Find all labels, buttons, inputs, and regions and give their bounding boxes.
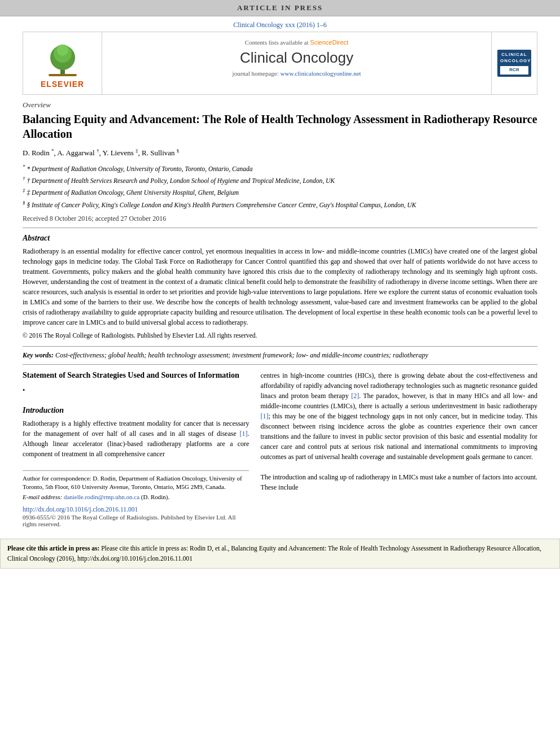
ref-1[interactable]: [1] <box>239 430 247 438</box>
copyright-line: © 2016 The Royal College of Radiologists… <box>23 331 537 340</box>
received-line: Received 8 October 2016; accepted 27 Oct… <box>23 215 537 223</box>
journal-header-center: Contents lists available at ScienceDirec… <box>102 32 492 94</box>
elsevier-logo-box: ELSEVIER <box>40 38 85 89</box>
authors-line: D. Rodin *, A. Aggarwal †, Y. Lievens ‡,… <box>23 148 537 158</box>
article-title: Balancing Equity and Advancement: The Ro… <box>23 112 537 141</box>
affiliations: * * Department of Radiation Oncology, Un… <box>23 163 537 209</box>
abstract-section: Abstract Radiotherapy is an essential mo… <box>23 234 537 340</box>
affiliation-3: ‡ ‡ Department of Radiation Oncology, Gh… <box>23 187 537 198</box>
ref-1b[interactable]: [1] <box>260 412 268 420</box>
journal-icon: CLINICAL ONCOLOGY RCR <box>497 50 531 76</box>
footnote-author: Author for correspondence: D. Rodin, Dep… <box>23 474 249 492</box>
elsevier-logo-area: ELSEVIER <box>23 32 102 94</box>
author-lievens: Y. Lievens ‡, <box>102 148 142 157</box>
author-aggarwal: A. Aggarwal †, <box>57 148 102 157</box>
homepage-line: journal homepage: www.clinicaloncologyon… <box>113 70 480 77</box>
section2-heading: Introduction <box>23 406 249 415</box>
section2-intro-text: Radiotherapy is a highly effective treat… <box>23 418 249 459</box>
footnote-email-line: E-mail address: danielle.rodin@rmp.uhn.o… <box>23 493 249 501</box>
footnote-area: Author for correspondence: D. Rodin, Dep… <box>23 470 249 501</box>
two-column-layout: Statement of Search Strategies Used and … <box>23 370 537 527</box>
doi-line[interactable]: http://dx.doi.org/10.1016/j.clon.2016.11… <box>23 506 249 513</box>
banner-text: ARTICLE IN PRESS <box>237 3 323 12</box>
affiliation-2: † † Department of Health Services Resear… <box>23 175 537 186</box>
citation-label: Please cite this article in press as: <box>7 545 101 552</box>
article-in-press-banner: ARTICLE IN PRESS <box>0 0 560 16</box>
elsevier-tree-icon <box>40 38 85 77</box>
journal-header: ELSEVIER Contents lists available at Sci… <box>23 32 537 95</box>
author-rodin: D. Rodin *, <box>23 148 57 157</box>
affiliation-4: § § Institute of Cancer Policy, King's C… <box>23 199 537 210</box>
elsevier-brand-text: ELSEVIER <box>41 80 84 89</box>
citation-banner: Please cite this article in press as: Pl… <box>0 539 560 569</box>
email-suffix: (D. Rodin). <box>141 493 169 500</box>
email-link[interactable]: danielle.rodin@rmp.uhn.on.ca <box>64 493 139 500</box>
author-sullivan: R. Sullivan § <box>142 148 179 157</box>
divider-2 <box>23 346 537 347</box>
issn-line: 0936-6555/© 2016 The Royal College of Ra… <box>23 514 249 527</box>
keywords-line: Key words: Cost-effectiveness; global he… <box>23 351 537 360</box>
divider-3 <box>23 364 537 365</box>
keywords-text: Cost-effectiveness; global health; healt… <box>55 351 428 359</box>
homepage-link[interactable]: www.clinicaloncologyonline.net <box>281 70 361 77</box>
svg-rect-4 <box>49 74 77 76</box>
search-strategies-content: • <box>23 386 249 395</box>
affiliation-1: * * Department of Radiation Oncology, Un… <box>23 163 537 174</box>
journal-reference: Clinical Oncology xxx (2016) 1–6 <box>0 16 560 32</box>
col-right-text: centres in high-income countries (HICs),… <box>260 370 537 492</box>
journal-icon-area: CLINICAL ONCOLOGY RCR <box>492 32 537 94</box>
overview-label: Overview <box>23 101 537 110</box>
column-right: centres in high-income countries (HICs),… <box>260 370 537 527</box>
ref-2[interactable]: [2] <box>351 392 359 400</box>
column-left: Statement of Search Strategies Used and … <box>23 370 249 527</box>
section1-heading: Statement of Search Strategies Used and … <box>23 370 249 381</box>
main-content: Overview Balancing Equity and Advancemen… <box>23 95 537 533</box>
journal-ref-text: Clinical Oncology xxx (2016) 1–6 <box>233 21 326 29</box>
divider-1 <box>23 228 537 228</box>
svg-point-3 <box>57 45 68 56</box>
abstract-title: Abstract <box>23 234 537 243</box>
abstract-text: Radiotherapy is an essential modality fo… <box>23 246 537 327</box>
email-label: E-mail address: <box>23 493 62 500</box>
contents-line: Contents lists available at ScienceDirec… <box>113 39 480 46</box>
sciencedirect-link[interactable]: ScienceDirect <box>310 39 348 46</box>
keywords-label: Key words: <box>23 351 54 359</box>
journal-title: Clinical Oncology <box>113 49 480 67</box>
